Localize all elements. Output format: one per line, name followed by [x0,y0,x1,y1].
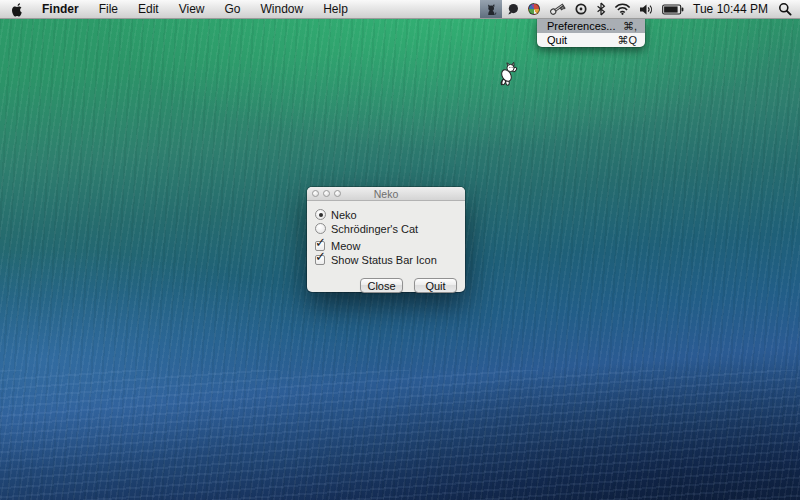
radio-button-schrodingers-cat[interactable] [315,223,326,234]
menu-item-quit[interactable]: Quit ⌘Q [537,33,645,47]
neko-menubar-cat-icon [485,3,498,16]
status-icon-target[interactable] [570,0,592,18]
battery-status-item[interactable] [658,0,688,18]
neko-cat-sprite [497,62,518,88]
radio-label-neko: Neko [331,209,357,221]
battery-icon [662,4,684,15]
checkbox-label-meow: Meow [331,240,360,252]
menu-item-help[interactable]: Help [313,0,358,19]
spotlight-menu-item[interactable] [774,0,800,18]
menu-item-edit[interactable]: Edit [128,0,169,19]
menu-bar-left: Finder File Edit View Go Window Help [0,0,358,18]
window-titlebar[interactable]: Neko [307,187,465,201]
window-button-row: Close Quit [315,278,457,293]
menu-bar: Finder File Edit View Go Window Help [0,0,800,19]
checkbox-row-meow[interactable]: ✓ Meow [315,239,457,252]
quit-shortcut: ⌘Q [617,33,637,47]
status-icon-color-wheel[interactable] [524,0,544,18]
volume-icon [639,3,654,16]
volume-status-item[interactable] [635,0,658,18]
menu-item-view[interactable]: View [169,0,215,19]
radio-row-schrodingers-cat[interactable]: Schrödinger's Cat [315,222,457,235]
status-icon-key[interactable] [544,0,570,18]
menu-item-preferences[interactable]: Preferences... ⌘, [537,19,645,33]
menu-item-window[interactable]: Window [251,0,314,19]
preferences-label: Preferences... [547,19,615,33]
radio-row-neko[interactable]: Neko [315,208,457,221]
apple-icon [10,2,23,17]
quit-label: Quit [547,33,567,47]
spotlight-search-icon [778,2,792,16]
menu-item-file[interactable]: File [89,0,128,19]
radio-label-schrodingers-cat: Schrödinger's Cat [331,223,418,235]
neko-status-menu: Preferences... ⌘, Quit ⌘Q [537,19,645,47]
menu-item-go[interactable]: Go [215,0,251,19]
color-wheel-icon [528,3,540,15]
apple-menu[interactable] [0,0,32,18]
wifi-status-item[interactable] [610,0,635,18]
quit-button[interactable]: Quit [414,278,457,293]
checkbox-row-status-bar-icon[interactable]: ✓ Show Status Bar Icon [315,253,457,266]
preferences-shortcut: ⌘, [623,19,637,33]
menu-bar-clock[interactable]: Tue 10:44 PM [688,0,774,19]
teardrop-icon [506,2,520,16]
window-content: Neko Schrödinger's Cat ✓ Meow ✓ Show Sta… [307,201,465,293]
wifi-icon [614,3,631,15]
checkbox-label-show-status-bar-icon: Show Status Bar Icon [331,254,437,266]
neko-window: Neko Neko Schrödinger's Cat ✓ Meow ✓ Sho… [307,187,465,292]
target-icon [574,2,588,16]
bluetooth-status-item[interactable] [592,0,610,18]
menu-item-finder[interactable]: Finder [32,0,89,19]
key-icon [548,1,566,17]
desktop-wallpaper: Finder File Edit View Go Window Help [0,0,800,500]
status-icon-teardrop[interactable] [502,0,524,18]
radio-button-neko[interactable] [315,209,326,220]
window-title: Neko [307,188,465,200]
menu-bar-status-area: Tue 10:44 PM [480,0,800,18]
checkbox-show-status-bar-icon[interactable]: ✓ [315,255,325,265]
neko-status-item[interactable] [480,0,502,18]
close-button[interactable]: Close [360,278,403,293]
bluetooth-icon [596,2,606,16]
